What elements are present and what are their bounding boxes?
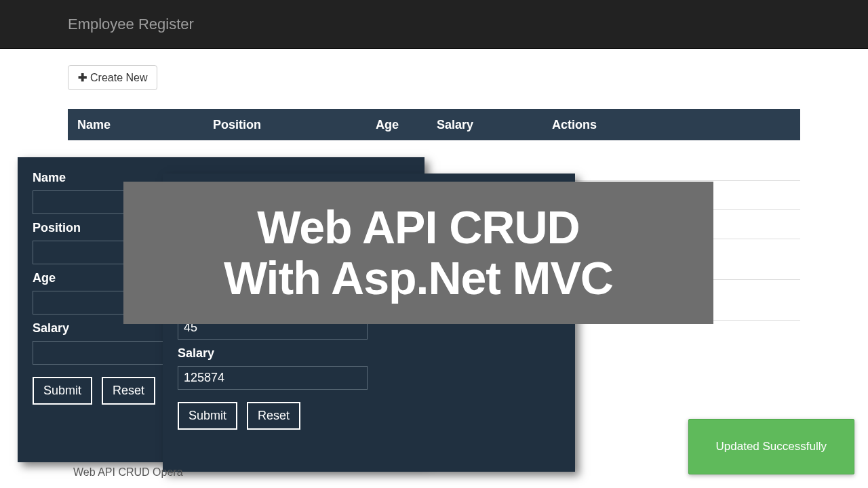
th-actions: Actions <box>542 110 800 141</box>
submit-button[interactable]: Submit <box>178 402 237 430</box>
th-name: Name <box>68 110 203 141</box>
overlay-title-banner: Web API CRUD With Asp.Net MVC <box>123 182 713 324</box>
salary-field[interactable] <box>178 366 368 390</box>
create-new-button[interactable]: ✚ Create New <box>68 65 157 90</box>
footer-caption: Web API CRUD Opera <box>73 466 183 479</box>
topbar: Employee Register <box>0 0 868 49</box>
create-new-label: Create New <box>90 72 147 84</box>
app-title: Employee Register <box>68 16 194 33</box>
toast-message: Updated Successfully <box>716 440 827 453</box>
reset-button[interactable]: Reset <box>102 377 155 405</box>
overlay-line2: With Asp.Net MVC <box>224 253 613 304</box>
salary-label: Salary <box>178 346 560 361</box>
th-salary: Salary <box>427 110 542 141</box>
reset-button[interactable]: Reset <box>247 402 300 430</box>
overlay-line1: Web API CRUD <box>257 202 579 253</box>
plus-icon: ✚ <box>78 71 87 84</box>
th-position: Position <box>203 110 366 141</box>
submit-button[interactable]: Submit <box>33 377 92 405</box>
table-header-row: Name Position Age Salary Actions <box>68 110 800 141</box>
success-toast: Updated Successfully <box>688 419 854 474</box>
th-age: Age <box>366 110 427 141</box>
